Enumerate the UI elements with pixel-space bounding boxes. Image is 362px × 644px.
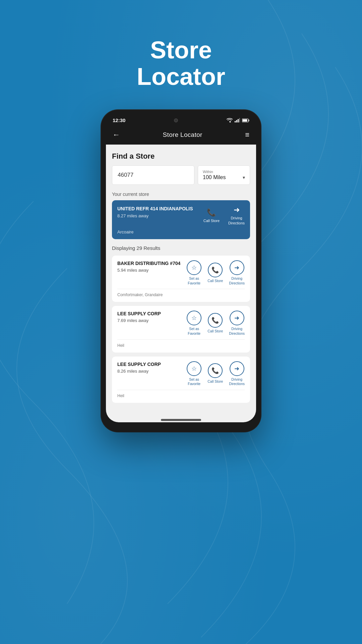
phone-icon: 📞 bbox=[208, 363, 223, 378]
favorite-label-1: Set as Favorite bbox=[188, 327, 200, 336]
store-card-top: BAKER DISTRIBUTING #704 5.94 miles away … bbox=[117, 260, 245, 285]
call-store-label: Call Store bbox=[203, 218, 220, 223]
phone-frame: 12:30 ← Store Locator ≡ bbox=[101, 110, 261, 431]
directions-label-1: Driving Directions bbox=[229, 327, 245, 336]
call-label-0: Call Store bbox=[207, 279, 223, 283]
call-button-0[interactable]: 📞 Call Store bbox=[207, 263, 223, 283]
arrow-icon: ➜ bbox=[230, 361, 244, 376]
app-bar: ← Store Locator ≡ bbox=[106, 126, 256, 145]
svg-rect-6 bbox=[243, 119, 247, 121]
radius-dropdown[interactable]: Within 100 Miles ▾ bbox=[198, 165, 250, 185]
current-store-brand: Arcoaire bbox=[117, 229, 245, 234]
back-button[interactable]: ← bbox=[113, 130, 120, 139]
store-brand-0: Comfortmaker, Grandaire bbox=[117, 289, 245, 297]
radius-label: Within bbox=[203, 170, 245, 174]
star-icon: ☆ bbox=[187, 260, 201, 275]
status-bar: 12:30 bbox=[106, 115, 256, 126]
directions-button-1[interactable]: ➜ Driving Directions bbox=[229, 311, 245, 336]
store-card: LEE SUPPLY CORP 8.26 miles away ☆ Set as… bbox=[112, 357, 250, 403]
store-distance-1: 7.69 miles away bbox=[117, 318, 187, 323]
favorite-button-1[interactable]: ☆ Set as Favorite bbox=[187, 311, 201, 336]
store-name-1: LEE SUPPLY CORP bbox=[117, 311, 187, 317]
store-actions-1: ☆ Set as Favorite 📞 Call Store ➜ Driving… bbox=[187, 311, 245, 336]
store-card-top: LEE SUPPLY CORP 7.69 miles away ☆ Set as… bbox=[117, 311, 245, 336]
directions-label: Driving Directions bbox=[228, 216, 245, 225]
phone-icon: 📞 bbox=[208, 263, 223, 277]
call-label-1: Call Store bbox=[207, 329, 223, 334]
directions-button-2[interactable]: ➜ Driving Directions bbox=[229, 361, 245, 386]
store-distance-2: 8.26 miles away bbox=[117, 369, 187, 374]
chevron-down-icon: ▾ bbox=[243, 175, 245, 180]
current-store-card: UNITED REFR 414 INDIANAPOLIS 8.27 miles … bbox=[112, 200, 250, 239]
phone-icon: 📞 bbox=[208, 313, 223, 328]
zip-input[interactable] bbox=[112, 165, 194, 185]
star-icon: ☆ bbox=[187, 361, 201, 376]
directions-button[interactable]: ➜ Driving Directions bbox=[228, 206, 245, 225]
store-name-0: BAKER DISTRIBUTING #704 bbox=[117, 260, 187, 266]
app-bar-title: Store Locator bbox=[163, 131, 202, 139]
store-actions-0: ☆ Set as Favorite 📞 Call Store ➜ Driving… bbox=[187, 260, 245, 285]
find-store-heading: Find a Store bbox=[112, 152, 250, 161]
store-card-top: LEE SUPPLY CORP 8.26 miles away ☆ Set as… bbox=[117, 361, 245, 386]
svg-rect-2 bbox=[238, 119, 239, 122]
store-list: BAKER DISTRIBUTING #704 5.94 miles away … bbox=[112, 256, 250, 403]
current-store-distance: 8.27 miles away bbox=[117, 213, 203, 218]
arrow-icon: ➜ bbox=[230, 260, 244, 275]
current-store-label: Your current store bbox=[112, 192, 250, 197]
home-indicator bbox=[161, 419, 201, 421]
search-row: Within 100 Miles ▾ bbox=[112, 165, 250, 185]
directions-button-0[interactable]: ➜ Driving Directions bbox=[229, 260, 245, 285]
arrow-icon: ➜ bbox=[230, 311, 244, 325]
svg-rect-5 bbox=[249, 119, 249, 121]
store-card: LEE SUPPLY CORP 7.69 miles away ☆ Set as… bbox=[112, 306, 250, 352]
store-card: BAKER DISTRIBUTING #704 5.94 miles away … bbox=[112, 256, 250, 302]
store-name-2: LEE SUPPLY CORP bbox=[117, 361, 187, 367]
call-label-2: Call Store bbox=[207, 379, 223, 384]
status-time: 12:30 bbox=[113, 117, 125, 123]
directions-icon: ➜ bbox=[234, 206, 240, 214]
favorite-label-2: Set as Favorite bbox=[188, 377, 200, 386]
menu-button[interactable]: ≡ bbox=[245, 130, 249, 139]
store-brand-2: Heil bbox=[117, 390, 245, 398]
camera-dot bbox=[174, 118, 178, 122]
store-brand-1: Heil bbox=[117, 339, 245, 348]
svg-rect-3 bbox=[239, 118, 240, 122]
call-button-1[interactable]: 📞 Call Store bbox=[207, 313, 223, 334]
store-card-info: LEE SUPPLY CORP 7.69 miles away bbox=[117, 311, 187, 323]
results-count: Displaying 29 Results bbox=[112, 245, 250, 251]
current-store-name: UNITED REFR 414 INDIANAPOLIS bbox=[117, 206, 203, 212]
favorite-label-0: Set as Favorite bbox=[188, 276, 200, 285]
phone-icon: 📞 bbox=[207, 208, 216, 217]
svg-rect-1 bbox=[236, 120, 237, 122]
svg-rect-0 bbox=[235, 121, 236, 122]
directions-label-2: Driving Directions bbox=[229, 377, 245, 386]
favorite-button-0[interactable]: ☆ Set as Favorite bbox=[187, 260, 201, 285]
favorite-button-2[interactable]: ☆ Set as Favorite bbox=[187, 361, 201, 386]
radius-value: 100 Miles bbox=[203, 174, 226, 180]
screen-content: Find a Store Within 100 Miles ▾ Your cur… bbox=[106, 145, 256, 422]
star-icon: ☆ bbox=[187, 311, 201, 325]
store-card-info: LEE SUPPLY CORP 8.26 miles away bbox=[117, 361, 187, 374]
call-button-2[interactable]: 📞 Call Store bbox=[207, 363, 223, 384]
page-title: Store Locator bbox=[137, 37, 225, 90]
store-actions-2: ☆ Set as Favorite 📞 Call Store ➜ Driving… bbox=[187, 361, 245, 386]
directions-label-0: Driving Directions bbox=[229, 276, 245, 285]
store-distance-0: 5.94 miles away bbox=[117, 268, 187, 273]
status-icons bbox=[227, 118, 249, 123]
store-card-info: BAKER DISTRIBUTING #704 5.94 miles away bbox=[117, 260, 187, 273]
call-store-button[interactable]: 📞 Call Store bbox=[203, 208, 220, 223]
